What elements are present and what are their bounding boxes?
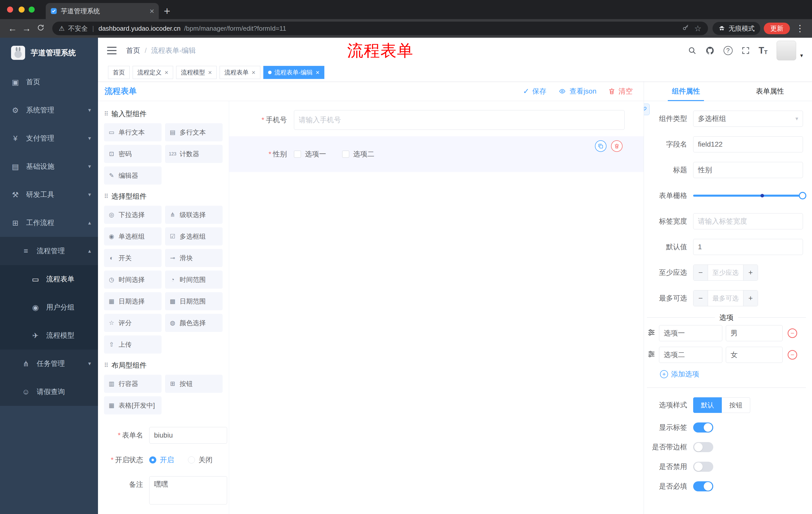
checkbox-option-2[interactable]: 选项二 [342,150,374,159]
show-label-toggle[interactable] [693,423,713,433]
field-name-input[interactable] [693,136,803,153]
drag-handle-icon[interactable] [647,350,656,360]
component-time-range[interactable]: ◔时间范围 [165,271,223,289]
max-stepper-placeholder[interactable]: 最多可选 [708,291,743,306]
default-value-input[interactable] [693,239,803,255]
phone-input[interactable] [294,110,625,130]
new-tab-button[interactable]: + [164,3,170,19]
browser-tab[interactable]: 芋道管理系统 × [46,3,159,19]
title-input[interactable] [693,162,803,178]
component-upload[interactable]: ⇧上传 [104,335,162,354]
search-icon[interactable] [688,46,696,55]
fullscreen-icon[interactable] [742,47,750,55]
style-default-button[interactable]: 默认 [693,397,722,413]
status-radio-on[interactable]: 开启 [149,455,174,465]
window-zoom-button[interactable] [29,6,35,12]
disabled-toggle[interactable] [693,462,713,472]
tag-process-form[interactable]: 流程表单 × [220,66,260,79]
hamburger-icon[interactable] [107,47,117,54]
github-icon[interactable] [705,46,715,55]
style-button-button[interactable]: 按钮 [722,397,750,413]
component-switch[interactable]: ◐开关 [104,249,162,267]
component-button[interactable]: ⊞按钮 [165,375,223,393]
forward-icon[interactable]: → [20,23,34,34]
increase-button[interactable]: + [743,265,758,280]
required-toggle[interactable] [693,481,713,491]
component-cascader[interactable]: ⋔级联选择 [165,206,223,224]
component-date-range[interactable]: ▩日期范围 [165,292,223,310]
tag-process-definition[interactable]: 流程定义 × [133,66,173,79]
sidebar-item-process-mgmt[interactable]: ≡ 流程管理 ▴ [0,237,98,265]
component-counter[interactable]: 123计数器 [165,145,223,163]
remove-option-button[interactable]: − [788,350,797,360]
url-bar[interactable]: ⚠ 不安全 | dashboard.yudao.iocoder.cn /bpm/… [52,22,708,35]
component-select[interactable]: ◎下拉选择 [104,206,162,224]
sidebar-item-payment[interactable]: ¥ 支付管理 ▾ [0,124,98,153]
drag-handle-icon[interactable] [647,328,656,338]
back-icon[interactable]: ← [5,23,20,34]
component-color-picker[interactable]: ◍颜色选择 [165,314,223,332]
window-minimize-button[interactable] [19,6,25,12]
checkbox-option-1[interactable]: 选项一 [294,150,326,159]
sidebar-item-leave-query[interactable]: ☺ 请假查询 [0,378,98,406]
component-table[interactable]: ▦表格[开发中] [104,396,162,414]
component-rate[interactable]: ☆评分 [104,314,162,332]
tag-close-icon[interactable]: × [208,69,212,76]
slider-handle[interactable] [799,192,807,199]
min-stepper-placeholder[interactable]: 至少应选 [708,265,743,280]
save-button[interactable]: ✓ 保存 [523,86,546,96]
tag-close-icon[interactable]: × [165,69,168,76]
tag-close-icon[interactable]: × [252,69,255,76]
window-close-button[interactable] [7,6,13,12]
tab-form-props[interactable]: 表单属性 [728,81,812,101]
security-warning-icon[interactable]: ⚠ [59,25,64,32]
sidebar-item-process-form[interactable]: ▭ 流程表单 [0,265,98,293]
remove-option-button[interactable]: − [788,328,797,338]
component-single-text[interactable]: ▭单行文本 [104,123,162,141]
update-button[interactable]: 更新 [764,23,790,34]
component-password[interactable]: ⊡密码 [104,145,162,163]
breadcrumb-home[interactable]: 首页 [126,46,140,55]
increase-button[interactable]: + [743,291,758,306]
browser-menu-icon[interactable]: ⋮ [793,23,807,34]
sidebar-item-task-mgmt[interactable]: ⋔ 任务管理 ▾ [0,350,98,378]
component-multi-text[interactable]: ▤多行文本 [165,123,223,141]
canvas-field-phone[interactable]: *手机号 [229,110,644,130]
option-value-input[interactable] [726,347,783,363]
sidebar-item-home[interactable]: ▣ 首页 [0,68,98,96]
label-width-input[interactable] [693,213,803,229]
link-anchor-badge[interactable] [644,104,650,115]
grid-slider[interactable] [693,188,803,204]
component-row-container[interactable]: ▥行容器 [104,375,162,393]
canvas-field-gender-selected[interactable]: *性别 选项一 选项二 [229,136,644,172]
decrease-button[interactable]: − [693,291,708,306]
tag-home[interactable]: 首页 [108,66,129,79]
avatar-caret-icon[interactable]: ▾ [800,52,803,60]
component-slider[interactable]: ⊸滑块 [165,249,223,267]
clear-button[interactable]: 清空 [608,86,633,96]
user-avatar[interactable] [777,41,796,60]
copy-field-button[interactable] [595,140,607,152]
bookmark-star-icon[interactable]: ☆ [694,24,701,33]
component-editor[interactable]: ✎编辑器 [104,166,162,185]
option-label-input[interactable] [659,325,722,341]
decrease-button[interactable]: − [693,265,708,280]
component-type-select[interactable]: 多选框组 ▾ [693,111,803,127]
help-icon[interactable]: ? [724,46,733,55]
tag-process-form-edit[interactable]: 流程表单-编辑 × [263,66,324,79]
reload-icon[interactable] [34,23,48,34]
sidebar-item-workflow[interactable]: ⊞ 工作流程 ▴ [0,209,98,237]
tag-process-model[interactable]: 流程模型 × [176,66,216,79]
form-name-input[interactable] [149,427,227,443]
status-radio-off[interactable]: 关闭 [188,455,212,465]
remark-textarea[interactable]: 嘿嘿 [149,476,227,505]
password-key-icon[interactable] [682,24,689,33]
component-checkbox-group[interactable]: ☑多选框组 [165,227,223,245]
tab-component-props[interactable]: 组件属性 [644,81,728,101]
option-value-input[interactable] [726,325,783,341]
sidebar-item-system[interactable]: ⚙ 系统管理 ▾ [0,96,98,124]
add-option-button[interactable]: + 添加选项 [660,370,812,379]
sidebar-item-user-group[interactable]: ◉ 用户分组 [0,293,98,321]
component-time-picker[interactable]: ◷时间选择 [104,271,162,289]
component-radio-group[interactable]: ◉单选框组 [104,227,162,245]
